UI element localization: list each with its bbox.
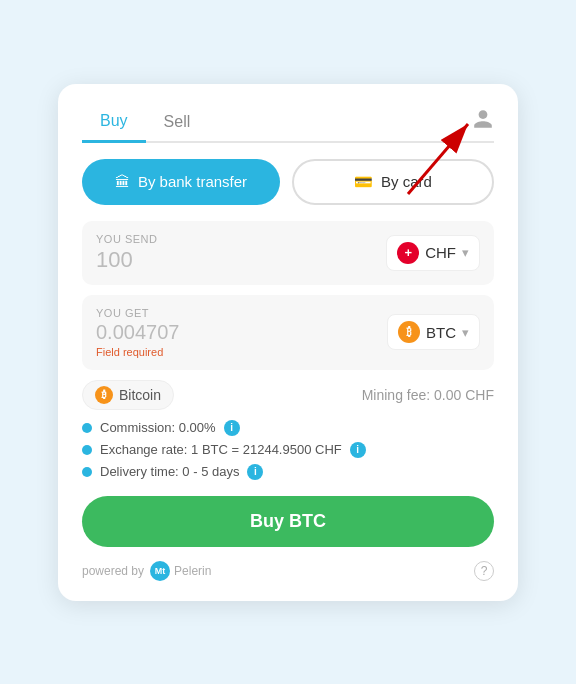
coin-name: Bitcoin <box>119 387 161 403</box>
mt-pelerin-logo: Mt Pelerin <box>150 561 211 581</box>
commission-info-icon[interactable]: i <box>224 420 240 436</box>
send-chevron-icon: ▾ <box>462 245 469 260</box>
get-chevron-icon: ▾ <box>462 325 469 340</box>
bank-transfer-button[interactable]: 🏛 By bank transfer <box>82 159 280 205</box>
tab-buy[interactable]: Buy <box>82 104 146 143</box>
send-currency-label: CHF <box>425 244 456 261</box>
exchange-rate-line: Exchange rate: 1 BTC = 21244.9500 CHF i <box>82 442 494 458</box>
coin-info-row: ₿ Bitcoin Mining fee: 0.00 CHF <box>82 380 494 410</box>
chf-symbol: + <box>404 245 412 260</box>
delivery-info-icon[interactable]: i <box>247 464 263 480</box>
tabs-bar: Buy Sell <box>82 104 494 143</box>
get-row: YOU GET 0.004707 Field required ₿ BTC ▾ <box>82 295 494 370</box>
card-button[interactable]: 💳 By card <box>292 159 494 205</box>
brand-name: Pelerin <box>174 564 211 578</box>
coin-btc-icon: ₿ <box>95 386 113 404</box>
powered-by-text: powered by <box>82 564 144 578</box>
mining-fee-text: Mining fee: 0.00 CHF <box>362 387 494 403</box>
main-card: Buy Sell 🏛 By bank transfer 💳 By card YO… <box>58 84 518 601</box>
exchange-rate-info-icon[interactable]: i <box>350 442 366 458</box>
send-currency-select[interactable]: + CHF ▾ <box>386 235 480 271</box>
bank-label: By bank transfer <box>138 173 247 190</box>
get-currency-label: BTC <box>426 324 456 341</box>
delivery-text: Delivery time: 0 - 5 days <box>100 464 239 479</box>
chf-flag: + <box>397 242 419 264</box>
send-row: YOU SEND 100 + CHF ▾ <box>82 221 494 285</box>
payment-options: 🏛 By bank transfer 💳 By card <box>82 159 494 205</box>
btc-symbol: ₿ <box>406 326 412 338</box>
commission-text: Commission: 0.00% <box>100 420 216 435</box>
btc-flag: ₿ <box>398 321 420 343</box>
buy-button[interactable]: Buy BTC <box>82 496 494 547</box>
profile-icon[interactable] <box>472 108 494 136</box>
exchange-rate-dot <box>82 445 92 455</box>
card-label: By card <box>381 173 432 190</box>
footer: powered by Mt Pelerin ? <box>82 561 494 581</box>
mt-logo-icon: Mt <box>150 561 170 581</box>
delivery-dot <box>82 467 92 477</box>
delivery-line: Delivery time: 0 - 5 days i <box>82 464 494 480</box>
field-required-text: Field required <box>96 346 179 358</box>
get-value: 0.004707 <box>96 321 179 344</box>
exchange-rate-text: Exchange rate: 1 BTC = 21244.9500 CHF <box>100 442 342 457</box>
help-icon[interactable]: ? <box>474 561 494 581</box>
get-left: YOU GET 0.004707 Field required <box>96 307 179 358</box>
commission-line: Commission: 0.00% i <box>82 420 494 436</box>
get-label: YOU GET <box>96 307 179 319</box>
commission-dot <box>82 423 92 433</box>
send-left: YOU SEND 100 <box>96 233 157 273</box>
tab-sell[interactable]: Sell <box>146 105 209 141</box>
details-section: Commission: 0.00% i Exchange rate: 1 BTC… <box>82 420 494 480</box>
send-label: YOU SEND <box>96 233 157 245</box>
send-value: 100 <box>96 247 157 273</box>
card-icon: 💳 <box>354 173 373 191</box>
bank-icon: 🏛 <box>115 173 130 190</box>
coin-badge: ₿ Bitcoin <box>82 380 174 410</box>
get-currency-select[interactable]: ₿ BTC ▾ <box>387 314 480 350</box>
